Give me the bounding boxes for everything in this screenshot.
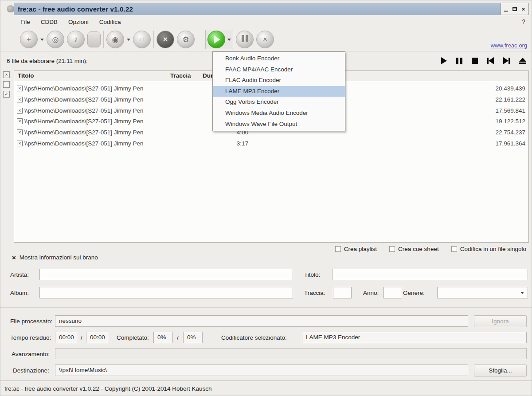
checkbox[interactable] (451, 246, 457, 252)
menu-item-ogg[interactable]: Ogg Vorbis Encoder (213, 97, 345, 108)
encoder-select-dropdown-icon[interactable] (227, 39, 231, 41)
clear-joblist-button[interactable] (87, 31, 101, 47)
menu-item-wave[interactable]: Windows Wave File Output (213, 119, 345, 130)
cddb-query-icon: ◉ (112, 35, 119, 44)
start-encoding-group (205, 30, 233, 49)
row-title: \\psf\Home\Downloads\[S27-051] Jimmy Pen (24, 140, 180, 147)
year-field[interactable] (383, 287, 402, 298)
minimize-icon (504, 11, 508, 12)
next-button[interactable] (503, 57, 510, 64)
selected-encoder-label: Codificatore selezionato: (221, 334, 287, 341)
music-note-icon: ♪ (74, 35, 78, 44)
select-none-checkbox[interactable] (3, 81, 10, 88)
play-icon (214, 35, 220, 43)
stop-icon (472, 58, 478, 64)
stop-button[interactable] (472, 58, 478, 64)
artist-field[interactable] (39, 269, 293, 280)
genre-combobox[interactable] (437, 287, 528, 298)
table-row[interactable]: × \\psf\Home\Downloads\[S27-051] Jimmy P… (14, 138, 528, 149)
row-duration: 3:17 (218, 140, 267, 147)
selection-gutter: × ✓ (3, 71, 10, 98)
menu-item-faac[interactable]: FAAC MP4/AAC Encoder (213, 64, 345, 75)
settings-button[interactable]: ⚙ (177, 31, 195, 48)
track-field[interactable] (333, 287, 352, 298)
completed-total: 0% (183, 332, 203, 343)
cddb-dropdown-icon[interactable] (127, 39, 130, 41)
status-bar: fre:ac - free audio converter v1.0.22 - … (0, 380, 532, 396)
menu-item-wma[interactable]: Windows Media Audio Encoder (213, 108, 345, 119)
next-icon (503, 57, 509, 64)
completed-current: 0% (153, 332, 173, 343)
row-title: \\psf\Home\Downloads\[S27-051] Jimmy Pen (24, 96, 180, 103)
menu-help[interactable]: ? (522, 18, 525, 25)
slash-separator: / (177, 334, 179, 341)
title-field[interactable] (332, 269, 528, 280)
joblist-status: 6 file da elaborare (21:11 min): (7, 58, 88, 64)
row-size: 17.569.841 (495, 107, 525, 114)
destination-label: Destinazione: (13, 367, 49, 374)
menu-codifica[interactable]: Codifica (99, 19, 121, 25)
ignore-button[interactable]: Ignora (474, 315, 527, 327)
single-file-label: Codifica in un file singolo (460, 246, 526, 252)
pause-button[interactable] (456, 58, 462, 64)
add-files-button[interactable]: + (20, 31, 38, 48)
row-title: \\psf\Home\Downloads\[S27-051] Jimmy Pen (24, 118, 180, 125)
artist-label: Artista: (10, 271, 29, 278)
browse-button[interactable]: Sfoglia... (474, 365, 527, 376)
configure-encoder-button[interactable]: × (156, 31, 174, 48)
chevron-down-icon[interactable] (520, 292, 524, 294)
create-cuesheet-label: Crea cue sheet (398, 246, 439, 252)
pause-icon (241, 35, 249, 44)
start-encoding-button[interactable] (207, 31, 225, 48)
toolbar-separator (103, 31, 104, 48)
row-checkbox[interactable]: × (17, 129, 23, 135)
add-cd-button[interactable]: ◎ (47, 31, 64, 48)
minimize-button[interactable] (503, 5, 510, 12)
cddb-submit-button[interactable]: ◌ (133, 31, 151, 48)
divider (0, 307, 532, 308)
processed-file-value: nessuno (55, 315, 468, 327)
eject-button[interactable] (519, 58, 526, 64)
menu-item-bonk[interactable]: Bonk Audio Encoder (213, 53, 345, 64)
select-all-checkbox[interactable]: × (3, 71, 10, 78)
menu-opzioni[interactable]: Opzioni (68, 19, 89, 25)
row-title: \\psf\Home\Downloads\[S27-051] Jimmy Pen (24, 129, 180, 136)
row-checkbox[interactable]: × (17, 86, 23, 91)
menu-item-flac[interactable]: FLAC Audio Encoder (213, 75, 345, 86)
add-files-dropdown-icon[interactable] (40, 39, 44, 41)
stop-encoding-button[interactable]: × (256, 31, 274, 48)
single-file-option[interactable]: Codifica in un file singolo (451, 246, 526, 252)
playlist-button[interactable]: ♪ (67, 31, 85, 48)
row-checkbox[interactable]: × (17, 141, 23, 146)
close-button[interactable]: × (520, 5, 527, 12)
freac-website-link[interactable]: www.freac.org (491, 42, 527, 49)
row-checkbox[interactable]: × (17, 108, 23, 114)
pause-encoding-button[interactable] (236, 31, 254, 48)
year-label: Anno: (363, 290, 379, 296)
title-bar[interactable]: fre:ac - free audio converter v1.0.22 (14, 3, 501, 15)
column-title[interactable]: Titolo (18, 72, 34, 79)
menu-file[interactable]: File (20, 19, 30, 25)
row-checkbox[interactable]: × (17, 118, 23, 124)
checkbox[interactable] (335, 246, 341, 252)
cddb-query-button[interactable]: ◉ (106, 31, 124, 48)
track-info-label: Mostra informazioni sul brano (20, 254, 98, 261)
window-title: fre:ac - free audio converter v1.0.22 (18, 5, 133, 13)
create-cuesheet-option[interactable]: Crea cue sheet (389, 246, 439, 252)
previous-button[interactable] (487, 57, 494, 64)
album-field[interactable] (39, 287, 293, 298)
collapse-icon[interactable]: × (12, 255, 16, 260)
menu-item-lame-selected[interactable]: LAME MP3 Encoder (213, 86, 345, 97)
play-button[interactable] (441, 57, 447, 64)
maximize-button[interactable] (511, 5, 518, 12)
row-size: 19.122.512 (495, 118, 525, 125)
row-size: 22.754.237 (495, 129, 525, 136)
status-bar-text: fre:ac - free audio converter v1.0.22 - … (4, 385, 212, 392)
menu-cddb[interactable]: CDDB (41, 19, 58, 25)
row-checkbox[interactable]: × (17, 97, 23, 102)
toggle-selection-checkbox[interactable]: ✓ (3, 91, 10, 98)
checkbox[interactable] (389, 246, 395, 252)
track-info-toggle[interactable]: × Mostra informazioni sul brano (12, 254, 98, 261)
column-track[interactable]: Traccia (170, 72, 191, 79)
create-playlist-option[interactable]: Crea playlist (335, 246, 377, 252)
